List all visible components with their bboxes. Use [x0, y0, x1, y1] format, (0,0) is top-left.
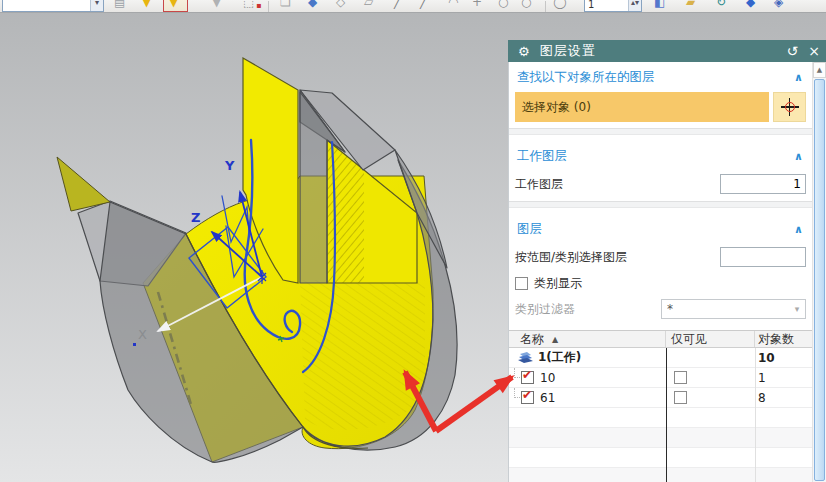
visible-only-checkbox[interactable] [674, 391, 687, 404]
box-icon[interactable]: ▤ [114, 0, 125, 10]
empty-row [509, 468, 812, 482]
column-object-count[interactable]: 对象数 [755, 331, 812, 347]
table-row-layer-61[interactable]: ✔ 61 8 [509, 388, 812, 408]
table-row-layer-10[interactable]: ✔ 10 1 [509, 368, 812, 388]
empty-row [509, 448, 812, 468]
layer-combobox-value: 1 [585, 0, 628, 11]
combobox-dropdown-icon[interactable]: ▾ [90, 0, 103, 11]
sort-ascending-icon[interactable]: ▲ [552, 335, 558, 344]
red-check-icon: ✔ [522, 368, 532, 382]
layer-settings-dialog: ⚙ 图层设置 ↺ × 查找以下对象所在的图层 ∧ 选择对象 (0) [508, 40, 826, 482]
section-work-layer[interactable]: 工作图层 ∧ [515, 141, 806, 169]
range-select-label: 按范围/类别选择图层 [515, 249, 720, 266]
layer-object-count: 8 [755, 391, 812, 405]
layer-table: 名称 ▲ 仅可见 对象数 1(工作) [509, 330, 812, 482]
application-window: ▾ ▤ ▼ ▼ ▼ ⬚ ▪ ❏ ◆ ◇ ▱ ╱ ╱ ◠ + ○ ○ ◯ 1 ▴▾… [0, 0, 826, 482]
crosshair-icon [781, 98, 799, 116]
layer-object-count: 1 [755, 371, 812, 385]
scroll-up-icon[interactable]: ▲ [813, 62, 826, 78]
empty-row [509, 408, 812, 428]
cube-blue-icon[interactable]: ◆ [308, 0, 317, 10]
line-icon[interactable]: ╱ [394, 0, 401, 10]
toolbar-separator [268, 1, 269, 12]
dotted-select-icon[interactable]: ⬚ [243, 0, 254, 10]
arc-icon[interactable]: ◠ [448, 0, 458, 10]
view-combobox[interactable]: ▾ [2, 0, 104, 12]
chevron-up-icon[interactable]: ∧ [794, 223, 803, 236]
layer-stack-icon [517, 351, 533, 364]
visible-only-checkbox[interactable] [674, 371, 687, 384]
section-divider [509, 201, 812, 208]
dropdown-arrow-icon: ▾ [789, 304, 805, 314]
category-filter-dropdown[interactable]: * ▾ [661, 299, 806, 319]
dialog-body: 查找以下对象所在的图层 ∧ 选择对象 (0) 工作图层 [508, 62, 826, 482]
tool-icon[interactable]: ◈ [774, 0, 783, 10]
select-object-button[interactable] [773, 92, 806, 122]
layer-name: 10 [540, 371, 555, 385]
circle2-icon[interactable]: ○ [521, 0, 531, 10]
layer-name: 61 [540, 391, 555, 405]
plane-icon[interactable]: ▱ [364, 0, 373, 10]
dialog-scrollbar[interactable]: ▲ [812, 62, 826, 482]
layer-selected-checkbox[interactable]: ✔ [521, 371, 534, 384]
top-toolbar: ▾ ▤ ▼ ▼ ▼ ⬚ ▪ ❏ ◆ ◇ ▱ ╱ ╱ ◠ + ○ ○ ◯ 1 ▴▾… [0, 0, 826, 13]
table-header[interactable]: 名称 ▲ 仅可见 对象数 [509, 331, 812, 348]
point-icon[interactable]: + [472, 0, 482, 10]
dialog-title: 图层设置 [540, 42, 777, 60]
work-layer-label: 工作图层 [515, 176, 720, 193]
view-combobox-value [3, 10, 90, 11]
chevron-up-icon[interactable]: ∧ [794, 150, 803, 163]
axis-label-z: Z [191, 210, 200, 225]
gear-icon: ⚙ [518, 44, 530, 59]
page-icon[interactable]: ❏ [280, 0, 291, 10]
category-filter-label: 类别过滤器 [515, 301, 661, 318]
spinner-icon[interactable]: ▴▾ [628, 0, 641, 11]
funnel-clear-icon[interactable]: ▼ [212, 0, 221, 10]
section-find-title: 查找以下对象所在的图层 [517, 69, 655, 86]
column-divider-dark [666, 348, 667, 482]
dialog-titlebar[interactable]: ⚙ 图层设置 ↺ × [508, 40, 826, 62]
section-divider [509, 128, 812, 135]
disk-icon[interactable]: ◆ [746, 0, 755, 10]
funnel-active-icon[interactable]: ▼ [169, 0, 178, 10]
layer-combobox[interactable]: 1 ▴▾ [584, 0, 642, 12]
range-select-input[interactable] [720, 247, 806, 267]
column-divider-light [755, 348, 756, 482]
axis-label-x: X [138, 327, 147, 342]
section-work-title: 工作图层 [517, 148, 567, 165]
clip-icon[interactable]: ◧ [654, 0, 665, 10]
category-display-label: 类别显示 [534, 275, 806, 292]
section-layers[interactable]: 图层 ∧ [515, 214, 806, 242]
sphere-icon[interactable]: ◯ [553, 0, 566, 10]
layer-object-count: 10 [755, 351, 812, 365]
reset-icon[interactable]: ↺ [787, 43, 799, 59]
close-icon[interactable]: × [808, 43, 820, 59]
funnel-icon[interactable]: ▼ [142, 0, 151, 10]
model-yellow-wedge [57, 157, 110, 211]
folder-icon[interactable]: ▰ [686, 0, 695, 10]
layer-name: 1(工作) [538, 349, 581, 366]
select-object-label: 选择对象 (0) [522, 100, 591, 114]
red-dot-icon: ▪ [256, 0, 261, 13]
tree-guide [514, 388, 520, 398]
chevron-up-icon[interactable]: ∧ [794, 71, 803, 84]
category-filter-value: * [662, 302, 789, 316]
axis-label-y: Y [225, 158, 234, 173]
table-row-work-layer[interactable]: 1(工作) 10 [509, 348, 812, 368]
select-object-field[interactable]: 选择对象 (0) [515, 92, 769, 122]
category-display-checkbox[interactable] [515, 277, 528, 290]
circle-icon[interactable]: ○ [498, 0, 508, 10]
red-check-icon: ✔ [522, 388, 532, 402]
section-layers-title: 图层 [517, 221, 542, 238]
scrollbar-thumb[interactable] [814, 79, 825, 481]
tree-guide [514, 368, 520, 378]
layer-selected-checkbox[interactable]: ✔ [521, 391, 534, 404]
section-find-objects[interactable]: 查找以下对象所在的图层 ∧ [515, 62, 806, 90]
refresh-icon[interactable]: ↻ [716, 0, 726, 10]
work-layer-input[interactable] [720, 174, 806, 194]
column-name[interactable]: 名称 [520, 331, 544, 348]
empty-row [509, 428, 812, 448]
cube-gray-icon[interactable]: ◇ [336, 0, 345, 10]
line2-icon[interactable]: ╱ [420, 0, 427, 10]
column-visible-only[interactable]: 仅可见 [666, 331, 755, 347]
